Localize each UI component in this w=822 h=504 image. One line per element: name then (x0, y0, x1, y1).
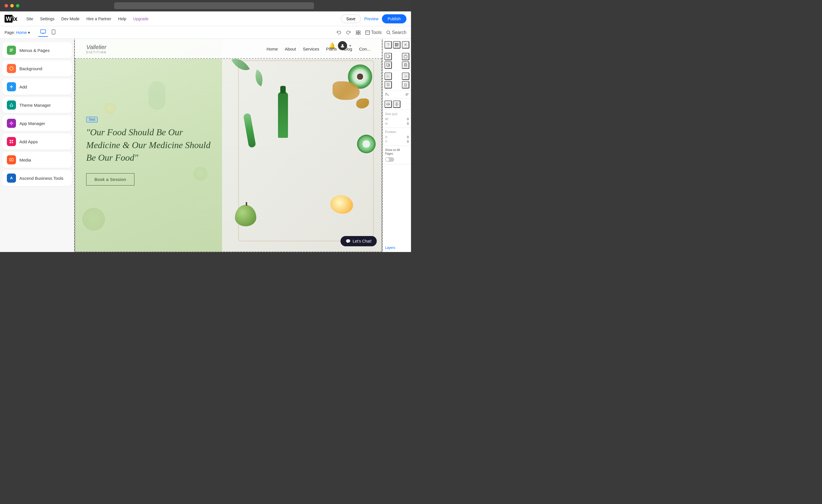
svg-rect-56 (405, 84, 406, 86)
chevron-down-icon: ▾ (28, 30, 30, 35)
duplicate-button[interactable] (384, 61, 392, 69)
top-nav: Wix Site Settings Dev Mode Hire a Partne… (0, 11, 411, 26)
sidebar-item-add[interactable]: Add (2, 79, 72, 95)
nav-link-contact[interactable]: Con... (359, 46, 371, 51)
copy-button[interactable] (384, 53, 392, 60)
add-label: Add (19, 84, 27, 89)
svg-point-19 (11, 122, 12, 124)
size-title: Size (px) (385, 112, 409, 116)
align-right-button[interactable] (402, 72, 409, 80)
nav-help[interactable]: Help (115, 11, 130, 26)
sidebar-item-background[interactable]: Background (2, 60, 72, 76)
user-menu-chevron[interactable]: ▾ (349, 44, 351, 48)
sidebar-item-ascend-business-tools[interactable]: Ascend Business Tools (2, 170, 72, 186)
page-label: Page: (5, 30, 15, 35)
align-bottom-button[interactable] (402, 81, 409, 88)
menus-pages-icon (7, 46, 16, 55)
svg-rect-0 (40, 30, 46, 33)
zoom-fit-button[interactable] (356, 30, 361, 35)
notification-bell-icon[interactable]: 🔔 (329, 42, 336, 49)
url-bar[interactable] (114, 2, 314, 9)
nav-site[interactable]: Site (23, 11, 37, 26)
svg-rect-30 (396, 43, 398, 44)
nav-hire-partner[interactable]: Hire a Partner (83, 11, 115, 26)
hero-section: Text "Our Food Should Be Our Medicine & … (75, 39, 382, 252)
menus-pages-label: Menus & Pages (19, 48, 50, 53)
svg-rect-36 (396, 46, 398, 46)
show-all-pages-title: Show on All Pages (385, 148, 409, 155)
svg-rect-9 (366, 31, 370, 35)
site-logo-text: Vallelier (86, 44, 106, 50)
mobile-view-button[interactable] (49, 28, 58, 37)
width-label: W: (385, 117, 389, 121)
nav-dev-mode[interactable]: Dev Mode (58, 11, 83, 26)
nav-upgrade[interactable]: Upgrade (130, 11, 152, 26)
save-button[interactable]: Save (341, 15, 361, 23)
publish-button[interactable]: Publish (382, 14, 406, 23)
svg-rect-39 (404, 55, 407, 58)
ascend-icon (7, 173, 16, 183)
svg-rect-8 (359, 33, 360, 35)
background-label: Background (19, 66, 42, 71)
position-title: Position (385, 130, 409, 133)
user-avatar[interactable] (338, 41, 347, 50)
panel-close-button[interactable]: ✕ (402, 41, 409, 48)
minimize-traffic-light[interactable] (10, 4, 14, 7)
redo-button[interactable] (346, 30, 351, 35)
align-top-button[interactable] (384, 81, 392, 88)
svg-rect-32 (395, 44, 396, 46)
sidebar-item-media[interactable]: Media (2, 152, 72, 168)
close-traffic-light[interactable] (5, 4, 8, 7)
panel-question-button[interactable]: ? (384, 41, 392, 48)
nav-settings[interactable]: Settings (37, 11, 58, 26)
media-icon (7, 155, 16, 164)
chat-button[interactable]: 💬 Let's Chat! (341, 236, 377, 246)
paste-button[interactable] (402, 53, 409, 60)
nav-link-about[interactable]: About (285, 46, 296, 51)
nav-right: Save Preview Publish (341, 14, 406, 23)
x-value: 0 (407, 135, 409, 139)
svg-rect-35 (395, 46, 396, 46)
layers-button[interactable]: Layers (385, 246, 395, 250)
position-section: Position X: 0 Y: 0 (383, 128, 411, 146)
sidebar-item-app-manager[interactable]: App Manager (2, 115, 72, 131)
svg-rect-14 (10, 50, 13, 50)
fullscreen-traffic-light[interactable] (16, 4, 19, 7)
page-selector[interactable]: Page: Home ▾ (5, 30, 30, 35)
svg-rect-21 (12, 140, 13, 141)
show-all-pages-toggle[interactable] (385, 157, 394, 162)
undo-button[interactable] (336, 30, 341, 35)
book-session-button[interactable]: Book a Session (86, 173, 134, 185)
desktop-view-button[interactable] (38, 28, 48, 37)
sidebar-item-add-apps[interactable]: Add Apps (2, 133, 72, 149)
wix-logo: Wix (5, 15, 17, 23)
chat-icon: 💬 (346, 239, 351, 243)
svg-marker-26 (11, 159, 12, 160)
hero-right (222, 39, 382, 252)
y-label: Y: (385, 140, 388, 143)
hero-food-image (222, 39, 382, 252)
background-icon (7, 64, 16, 73)
search-button[interactable]: Search (386, 30, 406, 35)
second-toolbar: Page: Home ▾ Tools (0, 26, 411, 39)
sidebar-item-theme-manager[interactable]: Theme Manager (2, 97, 72, 113)
delete-button[interactable] (402, 61, 409, 69)
svg-rect-44 (404, 64, 407, 66)
flip-vertical-button[interactable] (393, 100, 400, 108)
align-left-button[interactable] (384, 72, 392, 80)
search-label: Search (392, 30, 406, 35)
ascend-label: Ascend Business Tools (19, 176, 63, 181)
layers-section: Layers (383, 243, 411, 252)
nav-link-services[interactable]: Services (303, 46, 319, 51)
nav-link-home[interactable]: Home (267, 46, 278, 51)
sidebar-item-menus-pages[interactable]: Menus & Pages (2, 42, 72, 58)
svg-line-12 (389, 33, 390, 35)
panel-grid-button[interactable] (393, 41, 400, 48)
site-logo-sub: Dietitian (86, 50, 106, 54)
height-label: H: (385, 122, 388, 125)
tools-button[interactable]: Tools (365, 30, 382, 35)
preview-button[interactable]: Preview (364, 17, 378, 21)
flip-horizontal-button[interactable] (384, 100, 392, 108)
canvas-border-right (382, 39, 382, 252)
width-value: 0 (407, 117, 409, 121)
